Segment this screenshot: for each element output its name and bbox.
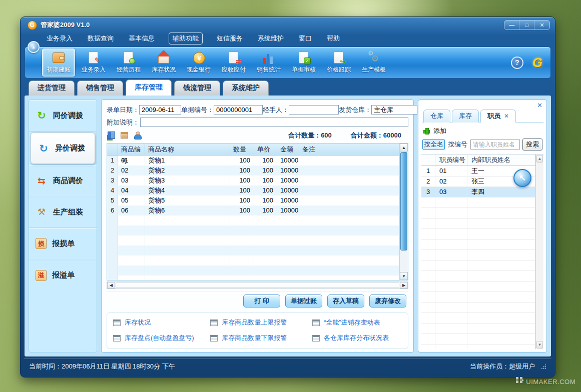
scroll-up-icon[interactable]: ▲ <box>400 144 408 152</box>
toolbar-business-history-button[interactable]: 经营历程 <box>112 48 145 76</box>
plus-icon <box>423 128 430 134</box>
link-stock-upper-limit-alert[interactable]: 库存商品数量上限报警 <box>210 318 312 327</box>
date-label: 录单日期： <box>107 106 139 114</box>
menu-business-entry[interactable]: 业务录入 <box>46 33 74 44</box>
date-input[interactable] <box>139 105 181 114</box>
items-table: 商品编号 商品名称 数量 单价 金额 备注 101货物110010010000 … <box>107 143 408 280</box>
sidebar-item-production-assembly[interactable]: ⚒ 生产组装 <box>29 196 97 228</box>
wrench-icon: ⚒ <box>36 206 48 218</box>
menu-help[interactable]: 帮助 <box>326 33 341 44</box>
table-row[interactable]: 303货物310010010000 <box>107 176 399 186</box>
company-icon[interactable] <box>108 132 115 139</box>
note-input[interactable] <box>140 118 408 127</box>
empty-rows <box>107 216 399 280</box>
link-inventory-status[interactable]: 库存状况 <box>113 318 210 327</box>
save-draft-button[interactable]: 存入草稿 <box>327 294 364 308</box>
toolbar-inventory-status-button[interactable]: 库存状况 <box>147 48 180 76</box>
handler-input[interactable] <box>289 105 339 114</box>
link-warehouse-distribution[interactable]: 各仓库库存分布状况表 <box>312 334 405 342</box>
add-employee-button[interactable]: 添加 <box>421 122 543 138</box>
toolbar-sales-statistics-button[interactable]: 销售统计 <box>252 48 285 76</box>
content-area: ↻ 同价调拨 ↻ 异价调拨 ⇆ 商品调价 ⚒ 生产组装 损 报损单 <box>25 96 551 356</box>
toolbar: 初期建账 业务录入 经营历程 库存状况 现金银行 <box>25 46 551 78</box>
sidebar-item-diff-price-transfer[interactable]: ↻ 异价调拨 <box>31 132 95 164</box>
toolbar-production-template-button[interactable]: 生产模板 <box>357 48 390 76</box>
link-stocktaking[interactable]: 库存盘点(自动盘盈盘亏) <box>113 334 210 342</box>
link-stock-lower-limit-alert[interactable]: 库存商品数量下限报警 <box>210 334 312 342</box>
recycle-blue-icon: ↻ <box>38 142 50 154</box>
resize-grip[interactable] <box>540 363 546 370</box>
tab-sales-management[interactable]: 销售管理 <box>77 80 123 96</box>
history-icon <box>122 51 136 64</box>
report-icon <box>312 320 320 326</box>
tab-purchase-management[interactable]: 进货管理 <box>29 80 75 96</box>
menu-sms-service[interactable]: 短信服务 <box>216 33 244 44</box>
post-document-button[interactable]: 单据过账 <box>285 294 322 308</box>
transfer-icon <box>227 51 241 64</box>
items-vertical-scrollbar[interactable]: ▲ ▼ <box>399 144 408 280</box>
discard-changes-button[interactable]: 废弃修改 <box>369 294 406 308</box>
report-icon <box>210 320 218 326</box>
close-button[interactable]: ✕ <box>534 20 549 30</box>
link-almighty-change-report[interactable]: “全能”进销存变动表 <box>312 318 405 327</box>
cursor-icon: ↖ <box>513 169 531 187</box>
employee-search-input[interactable] <box>470 140 520 150</box>
scroll-up-icon[interactable]: ▲ <box>536 155 543 162</box>
maximize-button[interactable]: □ <box>519 20 534 30</box>
toolbar-initial-setup-button[interactable]: 初期建账 <box>42 48 75 76</box>
sidebar-item-same-price-transfer[interactable]: ↻ 同价调拨 <box>29 100 97 132</box>
employee-icon[interactable] <box>134 132 141 140</box>
menu-window[interactable]: 窗口 <box>298 33 313 44</box>
items-horizontal-scrollbar[interactable]: ◀ ▶ <box>107 282 408 289</box>
tab-warehouse[interactable]: 仓库 <box>423 110 450 122</box>
table-row[interactable]: 404货物410010010000 <box>107 186 399 196</box>
search-by-code-toggle[interactable]: 按编号 <box>447 140 468 150</box>
sidebar-item-overflow-report[interactable]: 溢 报溢单 <box>29 260 97 291</box>
toolbar-business-entry-button[interactable]: 业务录入 <box>77 48 110 76</box>
tab-system-maintenance[interactable]: 系统维护 <box>223 80 269 96</box>
doc-no-input[interactable] <box>214 105 263 114</box>
app-logo-icon: G <box>28 20 37 30</box>
tab-inventory[interactable]: 库存 <box>452 110 479 122</box>
scroll-down-icon[interactable]: ▼ <box>536 341 543 348</box>
table-row[interactable]: 505货物510010010000 <box>107 196 399 206</box>
table-row[interactable]: 101货物110010010000 <box>107 156 399 166</box>
items-table-body: 101货物110010010000 202货物210010010000 303货… <box>107 156 399 216</box>
employee-vertical-scrollbar[interactable]: ▲ ▼ <box>535 154 543 349</box>
tab-cashflow-management[interactable]: 钱流管理 <box>174 80 220 96</box>
sidebar-item-goods-repricing[interactable]: ⇆ 商品调价 <box>29 165 97 196</box>
print-button[interactable]: 打 印 <box>243 294 280 308</box>
scroll-down-icon[interactable]: ▼ <box>400 272 408 280</box>
table-row[interactable]: 606货物610010010000 <box>107 206 399 216</box>
edit-document-icon <box>87 51 101 64</box>
help-button[interactable]: ? <box>511 56 523 69</box>
search-button[interactable]: 搜索 <box>522 138 542 150</box>
scroll-left-icon[interactable]: ◀ <box>107 282 115 288</box>
tab-inventory-management[interactable]: 库存管理 <box>126 80 172 96</box>
employee-search: 按全名 按编号 搜索 <box>421 138 543 154</box>
total-amount-value: 60000 <box>383 132 401 139</box>
scroll-right-icon[interactable]: ▶ <box>400 282 408 288</box>
tab-close-icon[interactable]: ✕ <box>504 112 509 120</box>
sidebar-item-loss-report[interactable]: 损 报损单 <box>29 228 97 260</box>
menu-basic-info[interactable]: 基本信息 <box>128 33 156 44</box>
scroll-thumb[interactable] <box>400 152 407 250</box>
tab-employee[interactable]: 职员 ✕ <box>480 110 516 122</box>
menu-data-query[interactable]: 数据查询 <box>87 33 115 44</box>
table-row[interactable]: 202货物210010010000 <box>107 166 399 176</box>
employee-row-selected[interactable]: 303李四 <box>421 187 535 198</box>
search-by-name-toggle[interactable]: 按全名 <box>422 139 445 150</box>
toolbar-cash-bank-button[interactable]: 现金银行 <box>182 48 215 76</box>
panel-close-icon[interactable]: ✕ <box>537 102 542 109</box>
overflow-box-icon: 溢 <box>36 270 47 281</box>
toolbar-receivable-payable-button[interactable]: 应收应付 <box>217 48 250 76</box>
minimize-button[interactable]: — <box>504 20 519 30</box>
toolbar-price-tracking-button[interactable]: 价格跟踪 <box>322 48 355 76</box>
goods-icon[interactable] <box>121 132 128 138</box>
warehouse-input[interactable] <box>371 105 417 114</box>
menu-system-maintenance[interactable]: 系统维护 <box>257 33 285 44</box>
collapse-toolbar-button[interactable]: ▲ <box>28 41 40 53</box>
toolbar-document-audit-button[interactable]: 单据审核 <box>287 48 320 76</box>
hscroll-thumb[interactable] <box>116 282 399 288</box>
menu-auxiliary-functions[interactable]: 辅助功能 <box>169 32 203 44</box>
